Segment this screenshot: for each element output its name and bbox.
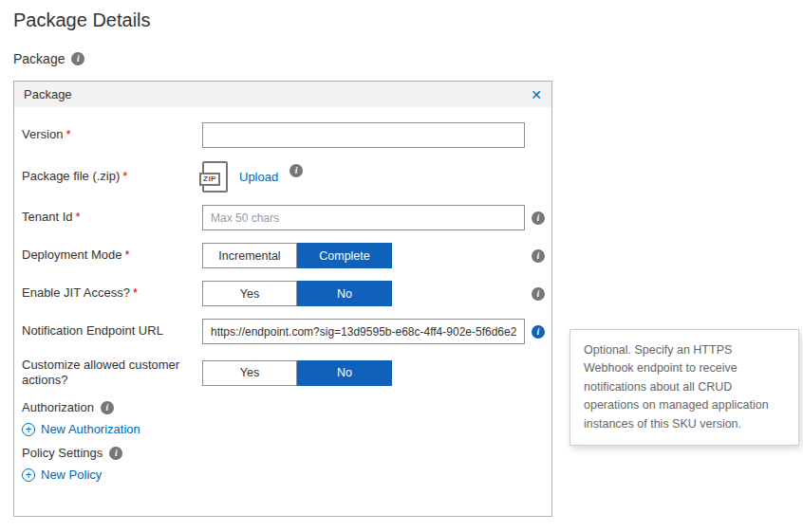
new-authorization-link[interactable]: New Authorization [41,422,140,436]
customize-actions-option-no[interactable]: No [297,360,392,386]
jit-access-info-icon[interactable]: i [532,287,545,301]
customize-actions-toggle: Yes No [202,360,392,386]
version-input[interactable] [202,122,525,148]
required-marker: * [65,127,70,141]
deployment-mode-label-text: Deployment Mode [22,248,122,262]
tenant-id-input[interactable] [202,205,525,230]
customize-actions-label-text: Customize allowed customer actions? [22,358,179,387]
package-file-label-text: Package file (.zip) [22,169,120,183]
deployment-mode-label: Deployment Mode* [22,248,202,263]
panel-header-title: Package [24,87,72,101]
notification-url-input[interactable] [202,319,525,344]
required-marker: * [122,169,127,183]
policy-settings-section-label: Policy Settings i [14,446,551,460]
notification-url-info-icon[interactable]: i [532,325,545,339]
deployment-mode-option-incremental[interactable]: Incremental [202,243,297,268]
policy-settings-label-text: Policy Settings [22,446,103,460]
package-file-info-icon[interactable]: i [289,164,303,177]
notification-url-label: Notification Endpoint URL [22,323,202,339]
tenant-id-info-icon[interactable]: i [532,211,545,225]
upload-group: ZIP Upload i [202,161,303,193]
page-title: Package Details [13,9,151,31]
new-authorization-row: + New Authorization [14,422,551,436]
customize-actions-option-yes[interactable]: Yes [202,360,297,386]
required-marker: * [133,285,138,300]
customize-actions-row: Customize allowed customer actions? Yes … [14,357,551,389]
package-file-label: Package file (.zip)* [22,169,202,184]
info-glyph: i [115,449,118,458]
tenant-id-row: Tenant Id* i [14,205,551,230]
required-marker: * [125,248,130,262]
version-label-text: Version [22,127,63,141]
info-glyph: i [295,166,298,175]
notification-url-tooltip: Optional. Specify an HTTPS Webhook endpo… [570,329,799,446]
package-info-icon[interactable]: i [71,52,84,65]
add-icon: + [22,468,35,482]
info-glyph: i [106,403,109,413]
deployment-mode-toggle: Incremental Complete [202,243,392,268]
package-section-label: Package i [13,51,84,66]
panel-header: Package ✕ [14,82,551,107]
deployment-mode-row: Deployment Mode* Incremental Complete i [14,243,551,268]
close-icon[interactable]: ✕ [531,88,542,101]
required-marker: * [76,210,81,224]
authorization-section-label: Authorization i [14,400,551,414]
info-glyph: i [537,251,540,261]
plus-glyph: + [25,469,31,481]
new-policy-link[interactable]: New Policy [41,468,102,482]
jit-access-row: Enable JIT Access?* Yes No i [14,281,551,306]
package-panel: Package ✕ Version* Package file (.zip)* … [13,81,552,517]
jit-access-label: Enable JIT Access?* [22,285,202,301]
zip-file-icon-text: ZIP [199,173,220,186]
info-glyph: i [537,327,540,337]
customize-actions-label: Customize allowed customer actions? [22,358,202,389]
tooltip-text: Optional. Specify an HTTPS Webhook endpo… [584,343,769,431]
jit-access-option-yes[interactable]: Yes [202,281,297,306]
notification-url-row: Notification Endpoint URL i [14,319,551,344]
notification-url-label-text: Notification Endpoint URL [22,323,163,338]
jit-access-label-text: Enable JIT Access? [22,285,130,300]
authorization-info-icon[interactable]: i [101,401,114,414]
package-file-row: Package file (.zip)* ZIP Upload i [14,159,551,193]
version-row: Version* [14,122,551,148]
package-section-label-text: Package [13,51,65,66]
zip-file-icon: ZIP [202,161,228,193]
jit-access-option-no[interactable]: No [297,281,392,306]
authorization-label-text: Authorization [22,400,94,414]
add-icon: + [22,423,35,436]
jit-access-toggle: Yes No [202,281,392,306]
info-glyph: i [537,213,540,223]
tenant-id-label: Tenant Id* [22,210,202,225]
info-glyph: i [537,289,540,299]
info-glyph: i [77,54,80,64]
version-label: Version* [22,127,202,142]
tenant-id-label-text: Tenant Id [22,210,73,224]
upload-link[interactable]: Upload [239,170,278,184]
deployment-mode-option-complete[interactable]: Complete [297,243,392,268]
deployment-mode-info-icon[interactable]: i [532,249,545,263]
policy-settings-info-icon[interactable]: i [109,447,122,460]
new-policy-row: + New Policy [14,468,551,482]
plus-glyph: + [25,424,31,435]
